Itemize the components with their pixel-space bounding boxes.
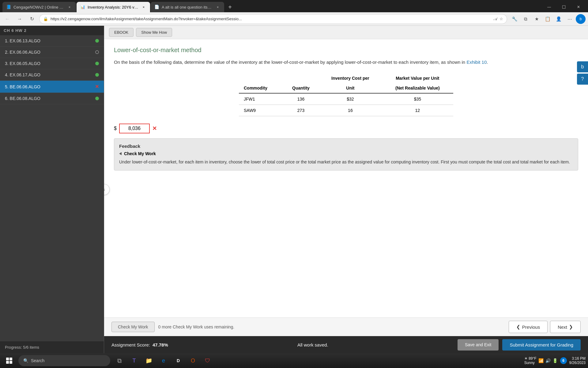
assignment-score-area: Assignment Score: 47.78% (111, 342, 168, 347)
sidebar-item-4[interactable]: 4. EX.06.17.ALGO (0, 69, 104, 81)
score-prefix-label: Assignment Score: (111, 342, 150, 347)
save-and-exit-button[interactable]: Save and Exit (458, 339, 499, 351)
bookmark-icon[interactable]: ☆ (499, 17, 503, 21)
sidebar-item-6[interactable]: 6. BE.06.08.ALGO (0, 93, 104, 104)
sidebar-item-2-label: 2. EX.06.06.ALGO (5, 50, 93, 55)
score-value-text: 47.78% (153, 342, 168, 347)
taskbar-dell-icon[interactable]: D (172, 354, 185, 367)
app-footer: Assignment Score: 47.78% All work saved.… (104, 336, 588, 353)
main-content-area: CH 6 HW 2 1. EX.06.13.ALGO 2. EX.06.06.A… (0, 26, 588, 353)
profile-icon[interactable]: 👤 (554, 14, 564, 24)
previous-label: Previous (522, 324, 540, 330)
section-description: On the basis of the following data, dete… (114, 59, 578, 66)
top-navigation: EBOOK Show Me How (104, 26, 588, 39)
remaining-uses-text: 0 more Check My Work uses remaining. (158, 324, 235, 329)
sidebar-item-1-label: 1. EX.06.13.ALGO (5, 38, 93, 43)
back-button[interactable]: ← (2, 14, 12, 24)
taskbar-files-icon[interactable]: 📁 (142, 354, 156, 367)
bottom-navigation-bar: Check My Work 0 more Check My Work uses … (104, 317, 588, 336)
tab-3[interactable]: 📄 A alt is all one question its just o..… (151, 2, 224, 12)
tab-1-title: CengageNOWv2 | Online teachi... (13, 5, 64, 10)
sidebar-item-2[interactable]: 2. EX.06.06.ALGO (0, 47, 104, 58)
next-chevron-icon (569, 324, 573, 330)
task-view-button[interactable]: ⧉ (113, 354, 126, 367)
refresh-button[interactable]: ↻ (27, 14, 37, 24)
volume-icon[interactable]: 🔊 (545, 358, 551, 363)
check-my-work-button[interactable]: Check My Work (111, 322, 155, 332)
market-jfw1: $35 (382, 93, 453, 105)
cost-jfw1: $32 (319, 93, 382, 105)
start-button[interactable] (2, 355, 16, 366)
taskbar-teams-icon[interactable]: T (127, 354, 141, 367)
sidebar-item-6-status (95, 97, 99, 100)
all-work-saved-text: All work saved. (297, 342, 328, 347)
submit-assignment-button[interactable]: Submit Assignment for Grading (502, 339, 581, 351)
collections-icon[interactable]: 📋 (543, 14, 552, 24)
minimize-button[interactable]: — (542, 2, 556, 12)
bing-chat-button[interactable]: b (577, 61, 588, 72)
system-tray: ☀ 89°F Sunny 📶 🔊 🔋 6 3:16 PM 9/26/2023 (524, 356, 586, 365)
sidebar-item-3-status (95, 62, 99, 65)
tab-1-close[interactable]: × (67, 4, 72, 10)
taskbar-edge-icon[interactable]: e (157, 354, 170, 367)
tab-2[interactable]: 📊 Inventory Analysis: 20Y6 vs. 20Y7 × (77, 2, 150, 12)
more-menu-icon[interactable]: ⋯ (565, 14, 575, 24)
qty-saw9: 273 (283, 105, 319, 116)
next-button[interactable]: Next (550, 321, 581, 333)
notification-badge[interactable]: 6 (560, 357, 567, 364)
sidebar-item-5-label: 5. BE.06.06.ALGO (5, 84, 92, 89)
sidebar-item-5[interactable]: 5. BE.06.06.ALGO ✕ (0, 81, 104, 93)
new-tab-button[interactable]: + (225, 2, 235, 12)
desc-end: . (487, 59, 488, 65)
read-mode-icon[interactable]: 𝒜 (494, 17, 497, 21)
tab-1[interactable]: 📘 CengageNOWv2 | Online teachi... × (2, 2, 76, 12)
battery-icon[interactable]: 🔋 (552, 358, 558, 363)
taskbar-mcafee-icon[interactable]: 🛡 (201, 354, 214, 367)
tab-2-close[interactable]: × (141, 4, 146, 10)
progress-indicator: Progress: 5/6 items (0, 341, 104, 353)
address-bar[interactable]: 🔒 https://v2.cengagenow.com/ilrn/takeAss… (39, 14, 507, 24)
dollar-prefix: $ (114, 126, 117, 131)
sidebar-header: CH 6 HW 2 (0, 26, 104, 35)
sidebar-item-1-status (95, 39, 99, 43)
exhibit-link[interactable]: Exhibit 10 (466, 59, 487, 65)
qty-jfw1: 136 (283, 93, 319, 105)
sidebar-spacer (0, 188, 104, 341)
triangle-icon (119, 152, 122, 155)
maximize-button[interactable]: ☐ (557, 2, 571, 12)
previous-button[interactable]: Previous (509, 321, 548, 333)
lock-icon: 🔒 (43, 17, 48, 21)
tab-2-favicon: 📊 (80, 5, 85, 10)
network-icon[interactable]: 📶 (538, 358, 544, 363)
split-view-icon[interactable]: ⧉ (521, 14, 530, 24)
th-cost-unit: Unit (319, 83, 382, 93)
close-button[interactable]: × (571, 2, 586, 12)
forward-button[interactable]: → (15, 14, 24, 24)
tab-3-favicon: 📄 (154, 5, 159, 10)
tab-3-close[interactable]: × (215, 4, 221, 10)
commodity-jfw1: JFW1 (239, 93, 283, 105)
browser-tabs: 📘 CengageNOWv2 | Online teachi... × 📊 In… (0, 0, 588, 12)
sidebar-items-list: 1. EX.06.13.ALGO 2. EX.06.06.ALGO 3. EX.… (0, 35, 104, 188)
market-saw9: 12 (382, 105, 453, 116)
commodity-saw9: SAW9 (239, 105, 283, 116)
answer-area: $ ✕ (114, 124, 578, 133)
bing-copilot-icon[interactable]: b (576, 14, 586, 24)
windows-logo-icon (6, 358, 12, 364)
taskbar-office-icon[interactable]: O (186, 354, 200, 367)
sidebar-item-1[interactable]: 1. EX.06.13.ALGO (0, 35, 104, 47)
taskbar-search[interactable]: 🔍 Search (18, 355, 110, 366)
show-me-how-button[interactable]: Show Me How (136, 28, 172, 37)
favorites-icon[interactable]: ★ (532, 14, 541, 24)
bing-help-button[interactable]: ? (577, 74, 588, 85)
extensions-icon[interactable]: 🔧 (510, 14, 519, 24)
feedback-section-header: Check My Work (119, 151, 573, 156)
answer-input[interactable] (119, 124, 150, 133)
sidebar-item-5-status: ✕ (95, 84, 99, 90)
ebook-button[interactable]: EBOOK (109, 28, 134, 37)
prev-next-buttons: Previous Next (509, 321, 581, 333)
sidebar-item-4-label: 4. EX.06.17.ALGO (5, 72, 93, 77)
sidebar-item-3[interactable]: 3. EX.06.05.ALGO (0, 58, 104, 69)
tab-3-title: A alt is all one question its just o... (162, 5, 213, 10)
prev-chevron-icon (516, 324, 520, 330)
